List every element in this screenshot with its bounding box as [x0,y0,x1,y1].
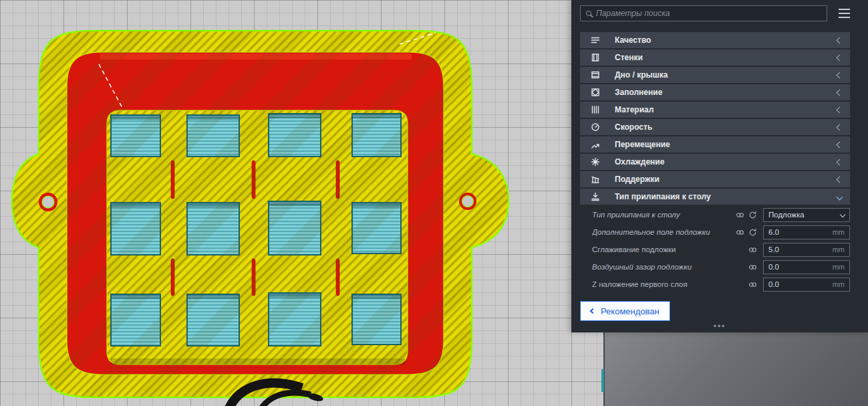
top-bottom-icon [591,70,601,80]
quality-icon [591,35,601,45]
chevron-down-icon [837,193,843,200]
setting-label: Дополнительное поле подложки [592,228,736,236]
support-icon [591,175,601,184]
category-label: Качество [615,35,651,45]
category-label: Дно / крышка [615,70,668,80]
revert-icon[interactable] [748,228,757,237]
search-icon [586,11,591,16]
value-field[interactable]: 5.0 mm [763,243,850,257]
category-material[interactable]: Материал [580,102,850,118]
field-value: 6.0 [768,228,779,236]
value-field[interactable]: 0.0 mm [763,278,850,292]
mode-button-label: Рекомендован [601,306,660,316]
field-value: 0.0 [768,280,779,288]
cura-window: Качество Стенки Дно / крышка Заполнение [0,0,868,406]
travel-icon [591,140,601,149]
setting-raft-extra-margin: Дополнительное поле подложки 6.0 mm [580,223,850,241]
field-unit: mm [833,245,845,253]
category-build-plate-adhesion[interactable]: Тип прилипания к столу [580,189,850,205]
chevron-left-icon [837,106,843,113]
category-support[interactable]: Поддержки [580,171,850,187]
shading-overlay [12,31,509,397]
category-label: Заполнение [615,88,662,97]
chevron-left-icon [590,308,595,314]
category-top-bottom[interactable]: Дно / крышка [580,67,850,83]
category-infill[interactable]: Заполнение [580,84,850,100]
field-unit: mm [833,280,845,288]
setting-raft-smoothing: Сглаживание подложки 5.0 mm [580,241,850,258]
walls-icon [591,53,601,62]
setting-raft-air-gap: Воздушный зазор подложки 0.0 mm [580,258,850,276]
search-box[interactable] [580,5,827,21]
chevron-down-icon [840,212,845,217]
setting-initial-layer-z-overlap: Z наложение первого слоя 0.0 mm [580,276,850,293]
category-label: Поддержки [615,175,660,184]
setting-label: Воздушный зазор подложки [592,263,748,271]
link-icon [748,245,757,254]
dropdown-value: Подложка [768,211,805,219]
adhesion-type-dropdown[interactable]: Подложка [763,208,850,222]
setting-adhesion-type: Тип прилипания к столу Подложка [580,206,850,223]
category-speed[interactable]: Скорость [580,119,850,135]
hamburger-menu-icon[interactable] [834,9,850,18]
search-input[interactable] [596,9,821,18]
adhesion-icon [591,192,601,201]
chevron-left-icon [837,37,843,43]
plate-edge-void [605,332,868,406]
chevron-left-icon [837,176,843,183]
field-unit: mm [833,228,845,236]
link-icon [748,263,757,272]
speed-icon [591,122,601,132]
print-settings-panel: Качество Стенки Дно / крышка Заполнение [571,0,868,332]
category-label: Материал [615,105,654,114]
category-label: Тип прилипания к столу [615,192,711,201]
sliced-model-preview [0,0,571,406]
revert-icon[interactable] [748,211,757,219]
settings-categories: Качество Стенки Дно / крышка Заполнение [580,32,850,205]
infill-icon [591,88,601,97]
category-label: Перемещение [615,140,670,149]
link-icon [748,280,757,289]
cooling-icon [591,157,601,167]
link-icon [736,228,744,237]
panel-resize-handle[interactable]: ••• [714,322,726,330]
material-icon [591,105,601,114]
chevron-left-icon [837,54,843,61]
category-travel[interactable]: Перемещение [580,136,850,153]
search-row [580,5,850,21]
category-cooling[interactable]: Охлаждение [580,154,850,170]
settings-list: Тип прилипания к столу Подложка Дополнит… [580,206,850,293]
recommended-mode-button[interactable]: Рекомендован [580,301,670,321]
setting-label: Тип прилипания к столу [592,211,736,219]
field-value: 0.0 [768,263,779,271]
plate-edge-marker [601,369,604,392]
value-field[interactable]: 0.0 mm [763,260,850,274]
field-unit: mm [833,263,845,271]
setting-label: Сглаживание подложки [592,245,748,253]
link-icon [736,211,744,219]
category-label: Скорость [615,122,652,132]
value-field[interactable]: 6.0 mm [763,225,850,239]
field-value: 5.0 [768,245,779,253]
category-walls[interactable]: Стенки [580,49,850,66]
category-quality[interactable]: Качество [580,32,850,48]
chevron-left-icon [837,159,843,165]
category-label: Стенки [615,53,643,62]
chevron-left-icon [837,141,843,148]
category-label: Охлаждение [615,157,664,167]
chevron-left-icon [837,89,843,96]
setting-label: Z наложение первого слоя [592,280,748,288]
chevron-left-icon [837,124,843,130]
chevron-left-icon [837,72,843,78]
